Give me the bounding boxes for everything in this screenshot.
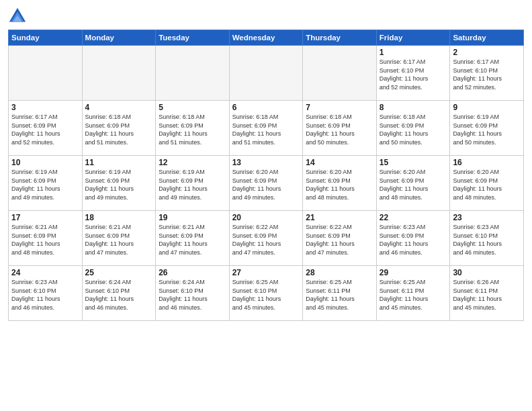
calendar-cell: 9Sunrise: 6:19 AM Sunset: 6:09 PM Daylig… <box>450 101 524 156</box>
day-number: 21 <box>306 213 373 222</box>
day-info: Sunrise: 6:21 AM Sunset: 6:09 PM Dayligh… <box>11 223 79 257</box>
day-number: 13 <box>232 158 300 167</box>
col-header-thursday: Thursday <box>303 30 377 46</box>
col-header-saturday: Saturday <box>450 30 524 46</box>
day-number: 3 <box>11 103 79 112</box>
day-info: Sunrise: 6:20 AM Sunset: 6:09 PM Dayligh… <box>380 168 447 201</box>
day-info: Sunrise: 6:18 AM Sunset: 6:09 PM Dayligh… <box>306 113 373 146</box>
calendar-cell: 30Sunrise: 6:26 AM Sunset: 6:11 PM Dayli… <box>450 266 524 321</box>
day-info: Sunrise: 6:21 AM Sunset: 6:09 PM Dayligh… <box>85 223 153 257</box>
calendar-header-row: SundayMondayTuesdayWednesdayThursdayFrid… <box>9 30 524 46</box>
day-number: 12 <box>159 158 226 167</box>
col-header-monday: Monday <box>82 30 156 46</box>
day-number: 20 <box>232 213 300 222</box>
calendar-cell: 12Sunrise: 6:19 AM Sunset: 6:09 PM Dayli… <box>156 156 230 211</box>
day-info: Sunrise: 6:23 AM Sunset: 6:10 PM Dayligh… <box>453 223 521 257</box>
day-info: Sunrise: 6:19 AM Sunset: 6:09 PM Dayligh… <box>11 168 79 201</box>
calendar-cell: 20Sunrise: 6:22 AM Sunset: 6:09 PM Dayli… <box>229 211 303 266</box>
day-number: 4 <box>85 103 153 112</box>
day-info: Sunrise: 6:17 AM Sunset: 6:10 PM Dayligh… <box>380 58 447 91</box>
day-number: 6 <box>232 103 300 112</box>
col-header-wednesday: Wednesday <box>229 30 303 46</box>
calendar-cell: 6Sunrise: 6:18 AM Sunset: 6:09 PM Daylig… <box>229 101 303 156</box>
calendar-cell: 15Sunrise: 6:20 AM Sunset: 6:09 PM Dayli… <box>376 156 450 211</box>
header <box>8 7 524 26</box>
calendar-cell: 19Sunrise: 6:21 AM Sunset: 6:09 PM Dayli… <box>156 211 230 266</box>
day-info: Sunrise: 6:26 AM Sunset: 6:11 PM Dayligh… <box>453 278 521 312</box>
calendar-week-3: 10Sunrise: 6:19 AM Sunset: 6:09 PM Dayli… <box>9 156 524 211</box>
day-info: Sunrise: 6:23 AM Sunset: 6:09 PM Dayligh… <box>380 223 447 257</box>
day-info: Sunrise: 6:18 AM Sunset: 6:09 PM Dayligh… <box>380 113 447 146</box>
calendar-cell: 1Sunrise: 6:17 AM Sunset: 6:10 PM Daylig… <box>376 46 450 101</box>
day-info: Sunrise: 6:22 AM Sunset: 6:09 PM Dayligh… <box>306 223 373 257</box>
day-number: 5 <box>159 103 226 112</box>
calendar-week-2: 3Sunrise: 6:17 AM Sunset: 6:09 PM Daylig… <box>9 101 524 156</box>
calendar-cell: 25Sunrise: 6:24 AM Sunset: 6:10 PM Dayli… <box>82 266 156 321</box>
calendar-cell: 10Sunrise: 6:19 AM Sunset: 6:09 PM Dayli… <box>9 156 83 211</box>
day-number: 29 <box>380 268 447 277</box>
day-info: Sunrise: 6:18 AM Sunset: 6:09 PM Dayligh… <box>159 113 226 146</box>
calendar-cell: 18Sunrise: 6:21 AM Sunset: 6:09 PM Dayli… <box>82 211 156 266</box>
day-info: Sunrise: 6:20 AM Sunset: 6:09 PM Dayligh… <box>306 168 373 201</box>
day-info: Sunrise: 6:24 AM Sunset: 6:10 PM Dayligh… <box>159 278 226 312</box>
day-number: 27 <box>232 268 300 277</box>
calendar-cell: 17Sunrise: 6:21 AM Sunset: 6:09 PM Dayli… <box>9 211 83 266</box>
day-number: 1 <box>380 48 447 57</box>
day-info: Sunrise: 6:19 AM Sunset: 6:09 PM Dayligh… <box>453 113 521 146</box>
day-number: 14 <box>306 158 373 167</box>
calendar-cell: 23Sunrise: 6:23 AM Sunset: 6:10 PM Dayli… <box>450 211 524 266</box>
calendar-cell <box>82 46 156 101</box>
day-info: Sunrise: 6:20 AM Sunset: 6:09 PM Dayligh… <box>453 168 521 201</box>
calendar-cell: 3Sunrise: 6:17 AM Sunset: 6:09 PM Daylig… <box>9 101 83 156</box>
calendar-cell: 8Sunrise: 6:18 AM Sunset: 6:09 PM Daylig… <box>376 101 450 156</box>
day-info: Sunrise: 6:19 AM Sunset: 6:09 PM Dayligh… <box>85 168 153 201</box>
calendar-cell: 21Sunrise: 6:22 AM Sunset: 6:09 PM Dayli… <box>303 211 377 266</box>
day-info: Sunrise: 6:18 AM Sunset: 6:09 PM Dayligh… <box>85 113 153 146</box>
day-number: 8 <box>380 103 447 112</box>
calendar-week-5: 24Sunrise: 6:23 AM Sunset: 6:10 PM Dayli… <box>9 266 524 321</box>
day-number: 26 <box>159 268 226 277</box>
calendar-cell: 24Sunrise: 6:23 AM Sunset: 6:10 PM Dayli… <box>9 266 83 321</box>
day-info: Sunrise: 6:20 AM Sunset: 6:09 PM Dayligh… <box>232 168 300 201</box>
day-number: 24 <box>11 268 79 277</box>
calendar-cell: 5Sunrise: 6:18 AM Sunset: 6:09 PM Daylig… <box>156 101 230 156</box>
calendar-cell: 22Sunrise: 6:23 AM Sunset: 6:09 PM Dayli… <box>376 211 450 266</box>
day-info: Sunrise: 6:25 AM Sunset: 6:10 PM Dayligh… <box>232 278 300 312</box>
day-number: 30 <box>453 268 521 277</box>
calendar-cell: 2Sunrise: 6:17 AM Sunset: 6:10 PM Daylig… <box>450 46 524 101</box>
calendar-cell: 27Sunrise: 6:25 AM Sunset: 6:10 PM Dayli… <box>229 266 303 321</box>
logo-icon <box>8 7 27 26</box>
logo <box>8 7 30 26</box>
col-header-friday: Friday <box>376 30 450 46</box>
day-info: Sunrise: 6:18 AM Sunset: 6:09 PM Dayligh… <box>232 113 300 146</box>
page-container: SundayMondayTuesdayWednesdayThursdayFrid… <box>0 0 532 326</box>
day-number: 28 <box>306 268 373 277</box>
day-number: 17 <box>11 213 79 222</box>
col-header-sunday: Sunday <box>9 30 83 46</box>
day-number: 2 <box>453 48 521 57</box>
day-number: 18 <box>85 213 153 222</box>
calendar-cell: 13Sunrise: 6:20 AM Sunset: 6:09 PM Dayli… <box>229 156 303 211</box>
day-number: 15 <box>380 158 447 167</box>
day-number: 11 <box>85 158 153 167</box>
day-info: Sunrise: 6:17 AM Sunset: 6:09 PM Dayligh… <box>11 113 79 146</box>
day-number: 23 <box>453 213 521 222</box>
day-number: 22 <box>380 213 447 222</box>
calendar-cell <box>9 46 83 101</box>
col-header-tuesday: Tuesday <box>156 30 230 46</box>
day-number: 9 <box>453 103 521 112</box>
calendar-cell <box>156 46 230 101</box>
calendar-cell: 28Sunrise: 6:25 AM Sunset: 6:11 PM Dayli… <box>303 266 377 321</box>
day-number: 10 <box>11 158 79 167</box>
calendar-cell <box>229 46 303 101</box>
day-number: 25 <box>85 268 153 277</box>
calendar-cell: 29Sunrise: 6:25 AM Sunset: 6:11 PM Dayli… <box>376 266 450 321</box>
calendar-cell: 14Sunrise: 6:20 AM Sunset: 6:09 PM Dayli… <box>303 156 377 211</box>
day-info: Sunrise: 6:22 AM Sunset: 6:09 PM Dayligh… <box>232 223 300 257</box>
calendar-cell: 11Sunrise: 6:19 AM Sunset: 6:09 PM Dayli… <box>82 156 156 211</box>
calendar-table: SundayMondayTuesdayWednesdayThursdayFrid… <box>8 30 524 321</box>
day-info: Sunrise: 6:17 AM Sunset: 6:10 PM Dayligh… <box>453 58 521 91</box>
day-number: 7 <box>306 103 373 112</box>
day-info: Sunrise: 6:19 AM Sunset: 6:09 PM Dayligh… <box>159 168 226 201</box>
calendar-cell: 4Sunrise: 6:18 AM Sunset: 6:09 PM Daylig… <box>82 101 156 156</box>
